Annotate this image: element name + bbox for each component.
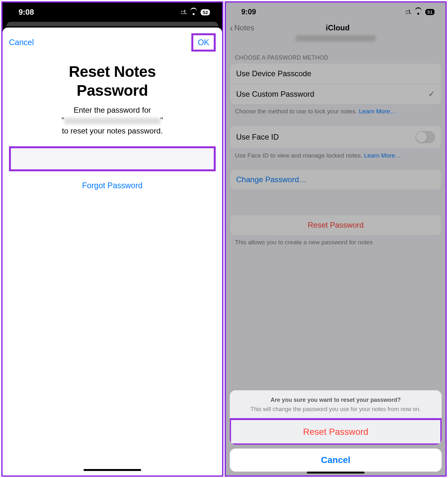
status-time: 9:08 [19, 8, 34, 17]
action-sheet: Are you sure you want to reset your pass… [230, 390, 442, 472]
change-password-group: Change Password… [230, 170, 441, 190]
nav-bar: ‹ Notes iCloud [226, 21, 445, 35]
reset-footer: This allows you to create a new password… [226, 235, 445, 247]
modal-nav: Cancel OK [3, 28, 222, 55]
cancel-button[interactable]: Cancel [9, 38, 34, 47]
use-faceid-cell[interactable]: Use Face ID [230, 126, 441, 148]
change-password-cell[interactable]: Change Password… [230, 170, 441, 190]
phone-left: 9:08 ::!. 52 Cancel OK Reset NotesPasswo… [1, 1, 223, 477]
status-time: 9:09 [241, 8, 256, 16]
method-footer: Choose the method to use to lock your no… [226, 104, 445, 116]
status-icons: ::!. 51 [405, 9, 435, 15]
learn-more-link[interactable]: Learn More… [364, 152, 401, 159]
faceid-footer: Use Face ID to view and manage locked no… [226, 148, 445, 160]
wifi-icon [190, 9, 197, 15]
page-title: iCloud [235, 23, 440, 32]
battery-icon: 52 [201, 9, 210, 15]
signal-icon: ::!. [405, 9, 411, 15]
faceid-group: Use Face ID [230, 126, 441, 148]
section-header-method: CHOOSE A PASSWORD METHOD [226, 47, 445, 64]
password-method-group: Use Device Passcode Use Custom Password … [230, 64, 441, 104]
faceid-toggle[interactable] [415, 131, 435, 143]
wifi-icon [414, 9, 422, 15]
modal-description: Enter the password for "" to reset your … [3, 105, 222, 136]
back-chevron-icon[interactable]: ‹ [230, 23, 233, 33]
ok-button[interactable]: OK [191, 33, 216, 52]
redacted-email [64, 118, 160, 124]
use-custom-password-cell[interactable]: Use Custom Password ✓ [230, 84, 441, 104]
status-bar: 9:08 ::!. 52 [3, 3, 222, 22]
checkmark-icon: ✓ [428, 89, 435, 99]
sheet-cancel-button[interactable]: Cancel [230, 449, 442, 472]
modal-title: Reset NotesPassword [3, 62, 222, 100]
forgot-password-link[interactable]: Forgot Password [3, 181, 222, 190]
status-bar: 9:09 ::!. 51 [226, 3, 445, 21]
redacted-account [296, 35, 376, 42]
signal-icon: ::!. [180, 9, 187, 16]
use-device-passcode-cell[interactable]: Use Device Passcode [230, 64, 441, 84]
reset-password-cell[interactable]: Reset Password [230, 215, 441, 235]
reset-password-group: Reset Password [230, 215, 441, 235]
learn-more-link[interactable]: Learn More… [359, 108, 396, 115]
action-sheet-header: Are you sure you want to reset your pass… [230, 390, 442, 419]
home-indicator[interactable] [84, 469, 141, 471]
phone-right: 9:09 ::!. 51 ‹ Notes iCloud CHOOSE A PAS… [225, 1, 447, 477]
battery-icon: 51 [425, 9, 435, 15]
password-input[interactable] [9, 146, 216, 171]
modal-background-strip [6, 22, 218, 26]
sheet-subtitle: This will change the password you use fo… [237, 405, 435, 413]
status-icons: ::!. 52 [180, 9, 210, 16]
sheet-question: Are you sure you want to reset your pass… [237, 397, 435, 403]
home-indicator[interactable] [307, 472, 364, 474]
action-sheet-card: Are you sure you want to reset your pass… [230, 390, 442, 445]
reset-password-modal: Cancel OK Reset NotesPassword Enter the … [3, 28, 222, 475]
sheet-reset-button[interactable]: Reset Password [230, 419, 442, 445]
